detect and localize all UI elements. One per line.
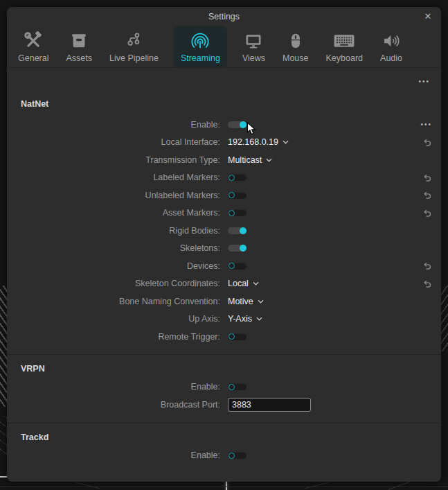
viewport-grid-lines [76,482,99,489]
chevron-down-icon [258,299,264,304]
section-title-natnet: NatNet [21,98,441,110]
setting-label: Bone Naming Convention: [7,297,225,306]
trackd-enable-toggle[interactable] [228,452,247,459]
row-labeled-markers: Labeled Markers: [7,169,441,187]
row-remote-trigger: Remote Trigger: [7,328,441,346]
chevron-down-icon [283,140,289,144]
setting-label: Asset Markers: [7,208,225,218]
speaker-icon [382,30,401,52]
dropdown-value: Local [228,279,249,288]
section-trackd: Trackd Enable: [7,423,441,465]
tab-label: Assets [66,53,92,63]
skeletons-toggle[interactable] [228,245,247,252]
up-axis-dropdown[interactable]: Y-Axis [228,314,262,324]
setting-label: Unlabeled Markers: [7,191,225,200]
row-local-interface: Local Interface: 192.168.0.19 [7,134,441,152]
setting-label: Transmission Type: [7,155,225,165]
viewport-grid-lines [441,286,448,351]
revert-icon[interactable] [422,208,432,218]
asset-bin-icon [70,30,88,52]
asset-markers-toggle[interactable] [228,209,247,216]
revert-icon[interactable] [422,279,432,289]
row-broadcast-port: Broadcast Port: [7,396,441,414]
section-title-trackd: Trackd [21,432,441,443]
chevron-down-icon [266,158,272,162]
row-vrpn-enable: Enable: [7,378,441,396]
row-unlabeled-markers: Unlabeled Markers: [7,186,441,204]
row-devices: Devices: [7,257,441,275]
setting-label: Broadcast Port: [7,400,225,410]
panel-menu-icon[interactable]: ••• [418,78,430,85]
app-viewport: Settings ✕ General [0,0,448,490]
section-vrpn: VRPN Enable: Broadcast Port: [7,354,441,423]
row-up-axis: Up Axis: Y-Axis [7,310,441,329]
row-menu-icon[interactable]: ••• [420,121,432,128]
transmission-type-dropdown[interactable]: Multicast [228,155,272,165]
mouse-cursor [247,122,256,136]
row-bone-naming-convention: Bone Naming Convention: Motive [7,292,441,310]
setting-label: Local Interface: [7,137,225,147]
tab-label: Streaming [181,53,220,63]
enable-toggle[interactable] [228,121,247,128]
setting-label: Enable: [7,382,225,392]
tab-assets[interactable]: Assets [64,26,94,67]
vrpn-enable-toggle[interactable] [228,383,247,390]
tab-mouse[interactable]: Mouse [280,26,311,67]
row-rigid-bodies: Rigid Bodies: [7,222,441,240]
broadcast-icon [190,30,210,52]
revert-icon[interactable] [422,173,432,183]
chevron-down-icon [253,281,259,286]
rigid-bodies-toggle[interactable] [228,227,247,234]
tab-streaming[interactable]: Streaming [174,26,227,67]
skeleton-coordinates-dropdown[interactable]: Local [228,279,259,288]
setting-label: Rigid Bodies: [7,226,225,236]
revert-icon[interactable] [422,190,432,200]
devices-toggle[interactable] [228,263,247,270]
tab-live-pipeline[interactable]: Live Pipeline [107,26,161,67]
tab-audio[interactable]: Audio [378,26,404,67]
tools-icon [24,30,43,52]
section-title-vrpn: VRPN [21,363,441,374]
tab-keyboard[interactable]: Keyboard [324,26,366,67]
setting-label: Enable: [7,120,225,130]
settings-dialog: Settings ✕ General [7,7,441,482]
labeled-markers-toggle[interactable] [228,174,247,181]
dropdown-value: Multicast [228,155,262,165]
local-interface-dropdown[interactable]: 192.168.0.19 [228,137,289,147]
setting-label: Skeleton Coordinates: [7,279,225,288]
mouse-icon [287,30,305,52]
tab-label: Views [242,53,265,63]
revert-icon[interactable] [422,261,432,271]
row-skeleton-coordinates: Skeleton Coordinates: Local [7,275,441,293]
pipeline-nodes-icon [125,30,143,52]
keyboard-icon [334,30,355,52]
unlabeled-markers-toggle[interactable] [228,192,247,199]
tab-label: General [18,53,48,63]
dropdown-value: Y-Axis [228,314,252,324]
dialog-title: Settings [7,12,441,21]
section-natnet: ••• NatNet Enable: ••• Local Interface: … [7,76,441,354]
row-skeletons: Skeletons: [7,240,441,258]
bone-naming-convention-dropdown[interactable]: Motive [228,297,264,306]
row-enable: Enable: ••• [7,116,441,134]
setting-label: Labeled Markers: [7,173,225,182]
chevron-down-icon [256,317,262,321]
dialog-titlebar[interactable]: Settings ✕ [7,7,441,26]
revert-icon[interactable] [422,137,432,148]
broadcast-port-input[interactable] [228,398,311,412]
setting-label: Enable: [7,450,225,460]
row-trackd-enable: Enable: [7,447,441,465]
viewport-grid-lines [0,487,448,487]
dropdown-value: Motive [228,297,253,306]
row-transmission-type: Transmission Type: Multicast [7,151,441,169]
setting-label: Devices: [7,261,225,271]
viewport-grid-lines [0,416,7,457]
close-icon[interactable]: ✕ [422,11,433,22]
tab-label: Mouse [283,53,309,63]
monitor-icon [244,30,263,52]
tab-views[interactable]: Views [240,26,267,67]
tab-label: Live Pipeline [109,53,159,63]
tab-label: Keyboard [326,53,364,63]
tab-general[interactable]: General [16,26,51,67]
remote-trigger-toggle[interactable] [228,333,247,340]
